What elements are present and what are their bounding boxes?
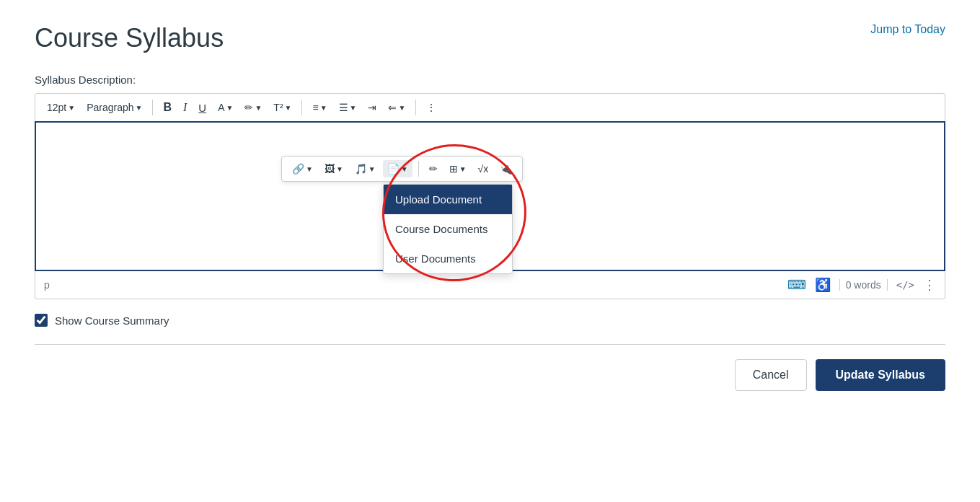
editor-footer: p ⌨ ♿ 0 words </> ⋮ [35,271,945,299]
editor-toolbar: 12pt ▼ Paragraph ▼ B I U A ▼ ✏ ▼ T² ▼ ≡ … [35,93,945,121]
footer-more-button[interactable]: ⋮ [923,277,936,293]
list-button[interactable]: ☰ ▼ [335,99,361,116]
toolbar-row2-container: 🔗 ▼ 🖼 ▼ 🎵 ▼ 📄 ▼ ✏ [281,156,523,182]
accessibility-icon[interactable]: ♿ [815,277,831,293]
align-button[interactable]: ≡ ▼ [308,99,331,116]
table-button[interactable]: ⊞ ▼ [445,160,471,177]
keyboard-icon[interactable]: ⌨ [787,277,806,293]
text-color-button[interactable]: A ▼ [213,99,237,116]
math-button[interactable]: √x [474,160,493,177]
more-options-button[interactable]: ⋮ [422,99,441,116]
toolbar-divider-1 [152,100,153,115]
editor-area: 🔗 ▼ 🖼 ▼ 🎵 ▼ 📄 ▼ ✏ [35,121,945,271]
dropdown-item-user-documents[interactable]: User Documents [384,244,512,273]
indent-button[interactable]: ⇥ [363,99,381,116]
document-dropdown: Upload Document Course Documents User Do… [383,184,513,274]
dropdown-item-upload-document[interactable]: Upload Document [384,185,512,214]
update-syllabus-button[interactable]: Update Syllabus [816,359,945,391]
italic-button[interactable]: I [179,98,191,117]
toolbar-divider-3 [415,100,416,115]
separator [35,344,945,345]
bold-button[interactable]: B [159,98,176,117]
paragraph-style-selector[interactable]: Paragraph ▼ [82,99,146,116]
cancel-button[interactable]: Cancel [735,359,807,391]
font-size-selector[interactable]: 12pt ▼ [43,99,79,116]
html-source-button[interactable]: </> [896,279,914,291]
jump-to-today-link[interactable]: Jump to Today [870,23,945,36]
editor-tag: p [38,279,50,291]
underline-button[interactable]: U [194,99,211,117]
document-button[interactable]: 📄 ▼ [383,160,412,177]
action-row: Cancel Update Syllabus [35,359,945,391]
page-title: Course Syllabus [35,23,224,53]
show-summary-checkbox[interactable] [35,314,48,327]
edit-icon-button[interactable]: ✏ [425,160,442,177]
link-button[interactable]: 🔗 ▼ [288,160,317,177]
show-summary-row: Show Course Summary [35,314,945,327]
show-summary-label[interactable]: Show Course Summary [55,314,169,327]
plugin-button[interactable]: 🔌 [495,160,516,177]
superscript-button[interactable]: T² ▼ [269,99,296,116]
word-count: 0 words [839,279,888,291]
toolbar-divider-4 [418,161,419,177]
page-header: Course Syllabus Jump to Today [35,23,945,53]
highlight-button[interactable]: ✏ ▼ [240,99,266,116]
editor-footer-right: ⌨ ♿ 0 words </> ⋮ [787,277,942,293]
image-button[interactable]: 🖼 ▼ [320,160,348,177]
toolbar-row2: 🔗 ▼ 🖼 ▼ 🎵 ▼ 📄 ▼ ✏ [281,156,523,182]
syllabus-description-label: Syllabus Description: [35,74,945,86]
media-button[interactable]: 🎵 ▼ [350,160,380,177]
rtl-button[interactable]: ⇐ ▼ [384,99,410,116]
toolbar-divider-2 [301,100,302,115]
dropdown-item-course-documents[interactable]: Course Documents [384,214,512,244]
